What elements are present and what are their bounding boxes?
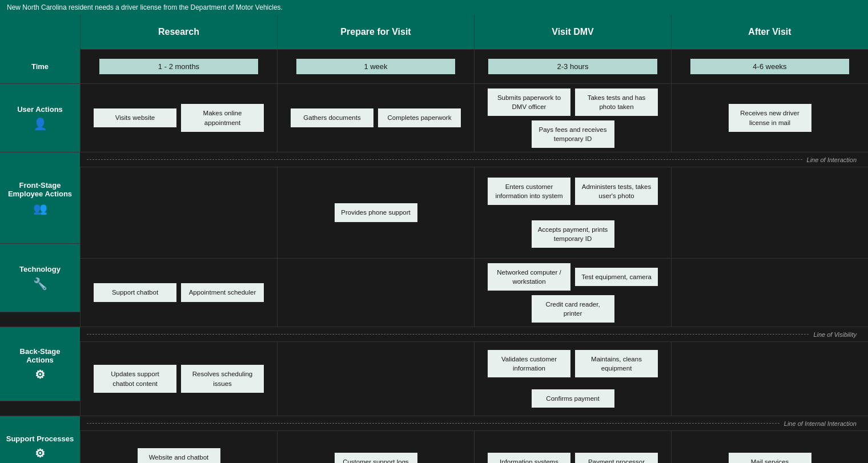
- front-research: [80, 167, 277, 258]
- user-actions-row: Visits website Makes online appointment …: [80, 83, 868, 152]
- sidebar-visibility-spacer: [0, 312, 80, 327]
- card-info-systems: Information systems: [488, 453, 570, 463]
- time-research: 1 - 2 months: [80, 50, 277, 83]
- support-research: Website and chatbot analytics: [80, 431, 277, 463]
- interaction-line-content: Line of Interaction: [80, 156, 868, 163]
- sidebar-front-stage: Front-Stage Employee Actions 👥: [0, 152, 80, 243]
- card-maintains-equipment: Maintains, cleans equipment: [575, 350, 658, 377]
- phase-research: Research: [80, 15, 277, 49]
- interaction-dashed: [87, 159, 802, 160]
- content-grid: Research Prepare for Visit Visit DMV Aft…: [80, 15, 868, 463]
- card-phone-support: Provides phone support: [335, 203, 417, 222]
- gear-icon: ⚙: [35, 368, 45, 381]
- card-appointment-scheduler: Appointment scheduler: [181, 283, 264, 301]
- time-after-bar: 4-6 weeks: [690, 59, 850, 74]
- card-networked-computer: Networked computer / workstation: [488, 263, 570, 291]
- employees-icon: 👥: [33, 202, 47, 215]
- tech-research: Support chatbot Appointment scheduler: [80, 259, 277, 327]
- tech-after: [671, 259, 868, 327]
- visibility-line-content: Line of Visibility: [80, 331, 868, 338]
- front-prepare: Provides phone support: [277, 167, 474, 258]
- front-after: [671, 167, 868, 258]
- back-visit: Validates customer information Maintains…: [474, 342, 671, 416]
- back-stage-row: Updates support chatbot content Resolves…: [80, 341, 868, 416]
- card-resolves-scheduling: Resolves scheduling issues: [181, 365, 264, 392]
- card-support-chatbot: Support chatbot: [94, 283, 176, 301]
- user-after: Receives new driver license in mail: [671, 84, 868, 152]
- line-of-internal-row: Line of Internal Interaction: [80, 416, 868, 430]
- sidebar-technology: Technology 🔧: [0, 243, 80, 312]
- top-bar: New North Carolina resident needs a driv…: [0, 0, 868, 15]
- phase-headers: Research Prepare for Visit Visit DMV Aft…: [80, 15, 868, 49]
- sidebar-header: [0, 15, 80, 49]
- front-visit: Enters customer information into system …: [474, 167, 671, 258]
- technology-row: Support chatbot Appointment scheduler Ne…: [80, 258, 868, 327]
- user-icon: 👤: [33, 117, 47, 131]
- support-gear-icon: ⚙: [35, 446, 45, 460]
- time-visit: 2-3 hours: [474, 50, 671, 83]
- scenario-text: New North Carolina resident needs a driv…: [7, 3, 283, 11]
- support-visit: Information systems Payment processor: [474, 431, 671, 463]
- back-after: [671, 342, 868, 416]
- card-website-analytics: Website and chatbot analytics: [138, 448, 220, 463]
- card-receives-license: Receives new driver license in mail: [729, 104, 811, 131]
- user-visit: Submits paperwork to DMV officer Takes t…: [474, 84, 671, 152]
- sidebar-support: Support Processes ⚙: [0, 416, 80, 463]
- support-prepare: Customer support logs: [277, 431, 474, 463]
- front-stage-row: Provides phone support Enters customer i…: [80, 167, 868, 258]
- internal-line-content: Line of Internal Interaction: [80, 420, 868, 427]
- sidebar-back-stage: Back-Stage Actions ⚙: [0, 327, 80, 401]
- sidebar: Time User Actions 👤 Front-Stage Employee…: [0, 15, 80, 463]
- card-validates-info: Validates customer information: [488, 350, 570, 377]
- card-gathers-documents: Gathers documents: [291, 108, 373, 127]
- card-pays-fees: Pays fees and receives temporary ID: [532, 120, 614, 148]
- back-prepare: [277, 342, 474, 416]
- time-research-bar: 1 - 2 months: [99, 59, 259, 74]
- sidebar-time: Time: [0, 49, 80, 83]
- time-prepare-bar: 1 week: [296, 59, 456, 74]
- time-visit-bar: 2-3 hours: [488, 59, 657, 74]
- card-visits-website: Visits website: [94, 108, 176, 127]
- card-accepts-payment: Accepts payment, prints temporary ID: [532, 220, 614, 248]
- sidebar-internal-spacer: [0, 401, 80, 416]
- support-after: Mail services: [671, 431, 868, 463]
- card-makes-appointment: Makes online appointment: [181, 104, 264, 131]
- card-enters-info: Enters customer information into system: [488, 178, 570, 205]
- card-mail-services: Mail services: [729, 453, 811, 463]
- back-research: Updates support chatbot content Resolves…: [80, 342, 277, 416]
- card-support-logs: Customer support logs: [335, 453, 417, 463]
- wrench-icon: 🔧: [33, 277, 47, 291]
- card-takes-tests: Takes tests and has photo taken: [575, 88, 658, 116]
- card-test-equipment: Test equipment, camera: [575, 268, 658, 286]
- internal-label: Line of Internal Interaction: [784, 420, 861, 427]
- card-confirms-payment: Confirms payment: [532, 389, 614, 408]
- time-row: 1 - 2 months 1 week 2-3 hours 4-6 weeks: [80, 49, 868, 83]
- interaction-label: Line of Interaction: [807, 156, 861, 163]
- card-updates-chatbot: Updates support chatbot content: [94, 365, 176, 392]
- phase-visit: Visit DMV: [474, 15, 671, 49]
- card-administers-tests: Administers tests, takes user's photo: [575, 178, 658, 205]
- support-row: Website and chatbot analytics Customer s…: [80, 430, 868, 463]
- time-after: 4-6 weeks: [671, 50, 868, 83]
- sidebar-user-actions: User Actions 👤: [0, 83, 80, 152]
- tech-visit: Networked computer / workstation Test eq…: [474, 259, 671, 327]
- card-submits-paperwork: Submits paperwork to DMV officer: [488, 88, 570, 116]
- card-completes-paperwork: Completes paperwork: [378, 108, 461, 127]
- user-prepare: Gathers documents Completes paperwork: [277, 84, 474, 152]
- phase-after: After Visit: [671, 15, 868, 49]
- card-credit-card-reader: Credit card reader, printer: [532, 295, 614, 323]
- phase-prepare: Prepare for Visit: [277, 15, 474, 49]
- card-payment-processor: Payment processor: [575, 453, 658, 463]
- visibility-dashed: [87, 334, 809, 335]
- time-prepare: 1 week: [277, 50, 474, 83]
- tech-prepare: [277, 259, 474, 327]
- line-of-visibility-row: Line of Visibility: [80, 327, 868, 341]
- visibility-label: Line of Visibility: [813, 331, 861, 338]
- line-of-interaction-row: Line of Interaction: [80, 152, 868, 167]
- internal-dashed: [87, 423, 779, 424]
- user-research: Visits website Makes online appointment: [80, 84, 277, 152]
